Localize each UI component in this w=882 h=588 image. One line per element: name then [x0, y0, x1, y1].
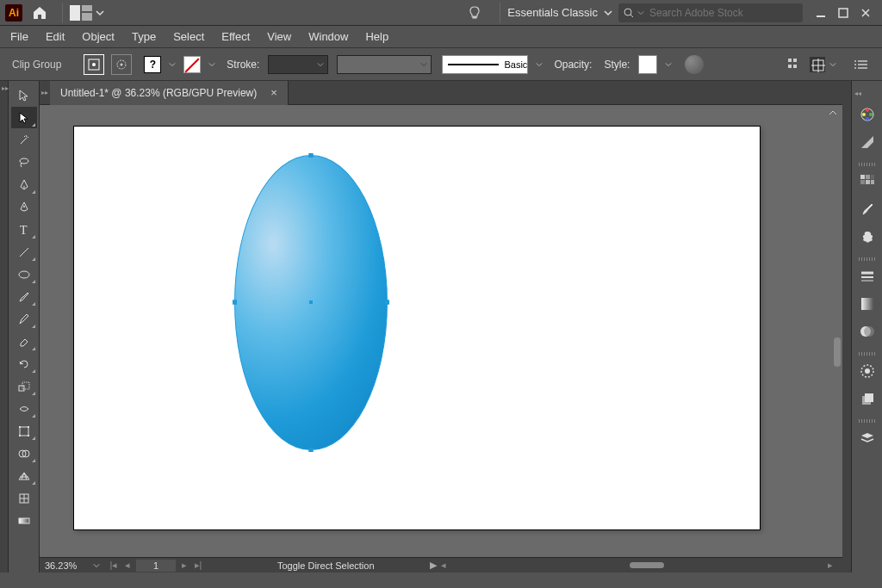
symbols-panel-icon[interactable] [855, 225, 879, 249]
variable-width-profile[interactable] [337, 55, 432, 74]
zoom-level[interactable]: 36.23% [40, 560, 93, 571]
free-transform-tool[interactable] [11, 420, 37, 442]
brush-dropdown[interactable] [533, 55, 545, 74]
artboard-number[interactable]: 1 [136, 560, 176, 572]
menu-type[interactable]: Type [132, 30, 156, 43]
anchor-top[interactable] [309, 153, 314, 158]
horizontal-scrollbar[interactable] [457, 561, 817, 570]
divider [500, 3, 500, 23]
arrange-documents-button[interactable] [70, 5, 92, 21]
menu-select[interactable]: Select [173, 30, 204, 43]
menu-help[interactable]: Help [365, 30, 388, 43]
rectangle-tool[interactable] [11, 263, 37, 285]
recolor-artwork-button[interactable] [685, 55, 704, 74]
zoom-dropdown[interactable] [93, 562, 107, 569]
menu-effect[interactable]: Effect [221, 30, 250, 43]
paintbrush-tool[interactable] [11, 286, 37, 307]
pencil-tool[interactable] [11, 308, 37, 330]
color-guide-panel-icon[interactable] [855, 130, 879, 154]
anchor-left[interactable] [233, 300, 237, 305]
right-dock-collapse[interactable] [842, 81, 851, 573]
anchor-right[interactable] [385, 300, 389, 305]
svg-point-25 [23, 206, 25, 207]
anchor-bottom[interactable] [309, 448, 314, 452]
search-stock[interactable] [618, 3, 803, 22]
tab-list-button[interactable]: ▸▸ [40, 89, 50, 96]
stroke-weight-field[interactable] [268, 55, 328, 74]
gradient-tool[interactable] [11, 510, 37, 531]
left-dock-collapse[interactable]: ▸▸ [0, 81, 9, 573]
edit-contents-button[interactable] [111, 54, 132, 75]
maximize-button[interactable] [835, 5, 851, 21]
svg-point-28 [19, 271, 29, 278]
direct-selection-tool[interactable] [11, 107, 37, 128]
stroke-dropdown[interactable] [206, 55, 218, 74]
first-artboard-button[interactable]: |◂ [107, 560, 121, 571]
hscroll-right[interactable]: ▸ [823, 560, 837, 571]
graphic-style-swatch[interactable] [638, 55, 657, 74]
fill-swatch[interactable]: ? [144, 56, 161, 73]
home-button[interactable] [29, 3, 50, 23]
edit-clip-button[interactable] [84, 54, 104, 75]
brush-definition[interactable]: Basic [442, 55, 528, 74]
menu-edit[interactable]: Edit [46, 30, 65, 43]
next-artboard-button[interactable]: ▸ [177, 560, 191, 571]
anchor-center[interactable] [309, 300, 313, 304]
transform-button[interactable] [810, 57, 825, 72]
menu-object[interactable]: Object [82, 30, 115, 43]
gradient-panel-icon[interactable] [855, 292, 879, 316]
color-panel-icon[interactable] [855, 102, 879, 127]
rotate-tool[interactable] [11, 353, 37, 374]
search-input[interactable] [648, 6, 798, 20]
workspace-switcher[interactable]: Essentials Classic [507, 6, 613, 19]
stroke-swatch[interactable] [183, 56, 201, 73]
svg-rect-50 [860, 180, 865, 184]
eraser-tool[interactable] [11, 331, 37, 352]
width-tool[interactable] [11, 398, 37, 419]
layers-panel-icon[interactable] [855, 426, 879, 450]
close-tab-icon[interactable]: × [270, 86, 277, 99]
fill-dropdown[interactable] [166, 55, 178, 74]
prev-artboard-button[interactable]: ◂ [121, 560, 134, 571]
canvas[interactable] [40, 105, 842, 557]
last-artboard-button[interactable]: ▸| [191, 560, 205, 571]
status-dropdown[interactable]: ▶ [430, 560, 437, 571]
control-bar: Clip Group ? Stroke: Basic Opacity: Styl… [0, 48, 882, 81]
selection-tool[interactable] [11, 84, 37, 106]
menu-window[interactable]: Window [308, 30, 348, 43]
appearance-panel-icon[interactable] [855, 359, 879, 383]
ellipse-shape[interactable] [234, 155, 388, 450]
panel-menu-icon[interactable] [853, 56, 870, 73]
swatches-panel-icon[interactable] [855, 170, 879, 194]
vertical-scrollbar[interactable] [830, 122, 842, 554]
mesh-tool[interactable] [11, 487, 37, 509]
menu-file[interactable]: File [10, 30, 28, 43]
perspective-grid-tool[interactable] [11, 465, 37, 486]
arrange-documents-dropdown[interactable] [96, 9, 104, 17]
pen-tool[interactable] [11, 174, 37, 195]
document-tab[interactable]: Untitled-1* @ 36.23% (RGB/GPU Preview) × [50, 81, 289, 105]
minimize-button[interactable] [813, 5, 829, 21]
graphic-styles-panel-icon[interactable] [855, 387, 879, 411]
magic-wand-tool[interactable] [11, 129, 37, 151]
lasso-tool[interactable] [11, 152, 37, 173]
brushes-panel-icon[interactable] [855, 197, 879, 221]
svg-point-43 [866, 108, 869, 112]
style-dropdown[interactable] [662, 55, 674, 74]
transparency-panel-icon[interactable] [855, 319, 879, 344]
line-segment-tool[interactable] [11, 241, 37, 263]
artboard[interactable] [74, 127, 760, 529]
transform-dropdown[interactable] [827, 55, 839, 74]
scroll-up-arrow[interactable] [829, 108, 837, 117]
menu-view[interactable]: View [267, 30, 291, 43]
shape-builder-tool[interactable] [11, 443, 37, 464]
close-button[interactable] [858, 5, 873, 21]
type-tool[interactable]: T [11, 219, 37, 240]
scale-tool[interactable] [11, 375, 37, 397]
align-button[interactable] [787, 57, 803, 72]
svg-point-60 [865, 368, 870, 374]
hscroll-left[interactable]: ◂ [437, 560, 450, 571]
curvature-tool[interactable] [11, 196, 37, 218]
stroke-panel-icon[interactable] [855, 264, 879, 288]
learn-icon[interactable] [465, 3, 484, 22]
